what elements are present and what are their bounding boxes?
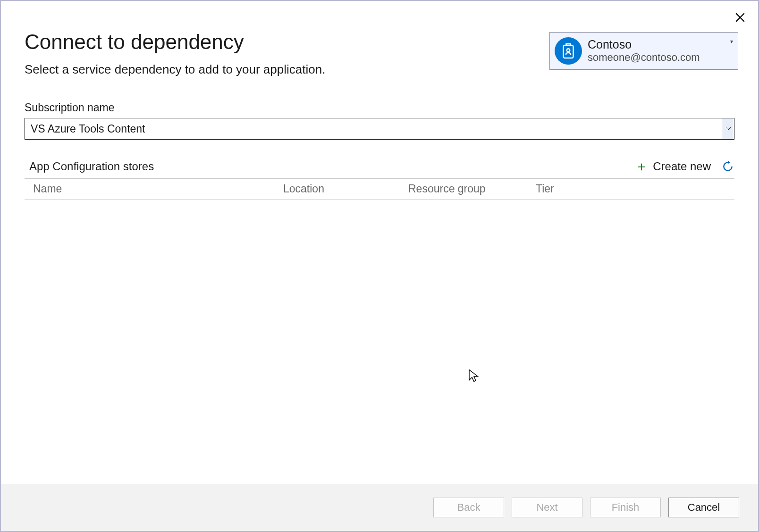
chevron-down-icon (726, 127, 731, 130)
plus-icon: ＋ (635, 158, 648, 175)
column-location[interactable]: Location (283, 183, 408, 195)
account-badge-icon (555, 37, 582, 65)
dropdown-button[interactable] (722, 118, 734, 139)
stores-section-title: App Configuration stores (29, 160, 154, 173)
column-resource-group[interactable]: Resource group (408, 183, 536, 195)
chevron-down-icon: ▾ (730, 38, 733, 45)
account-selector[interactable]: Contoso someone@contoso.com ▾ (549, 32, 738, 70)
stores-table: Name Location Resource group Tier (25, 178, 734, 200)
svg-point-3 (567, 49, 570, 52)
subscription-value: VS Azure Tools Content (25, 118, 722, 139)
create-new-button[interactable]: ＋ Create new (635, 158, 711, 175)
account-text: Contoso someone@contoso.com (588, 38, 730, 64)
subscription-label: Subscription name (25, 101, 734, 114)
dialog-footer: Back Next Finish Cancel (1, 484, 758, 531)
column-tier[interactable]: Tier (536, 183, 734, 195)
finish-button: Finish (590, 498, 661, 517)
account-name: Contoso (588, 38, 730, 51)
refresh-icon (722, 160, 734, 173)
refresh-button[interactable] (721, 160, 734, 173)
table-header: Name Location Resource group Tier (25, 178, 734, 200)
back-button: Back (433, 498, 504, 517)
column-name[interactable]: Name (33, 183, 283, 195)
account-email: someone@contoso.com (588, 51, 730, 64)
create-new-label: Create new (653, 160, 711, 173)
cancel-button[interactable]: Cancel (668, 498, 739, 517)
close-icon (735, 13, 745, 22)
close-button[interactable] (735, 11, 745, 25)
next-button: Next (512, 498, 582, 517)
subscription-dropdown[interactable]: VS Azure Tools Content (25, 118, 734, 140)
